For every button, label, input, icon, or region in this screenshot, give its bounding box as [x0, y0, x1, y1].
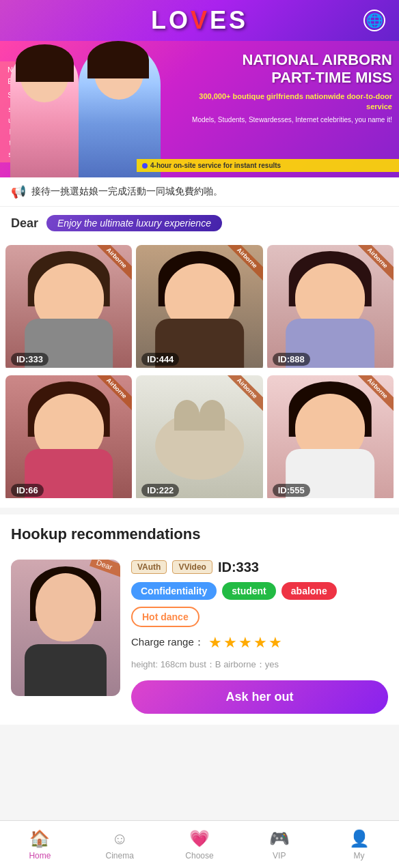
tag-hotdance[interactable]: Hot dance: [131, 607, 200, 627]
recommendation-card: Dear VAuth VVideo ID:333 Confidentiality…: [0, 549, 399, 725]
tag-confidentiality[interactable]: Confidentiality: [131, 582, 217, 600]
nav-cinema[interactable]: ☺ Cinema: [80, 824, 160, 866]
app-header: LOVES 🌐: [0, 0, 399, 41]
nav-choose-label: Choose: [185, 851, 213, 860]
dear-label: Dear: [11, 216, 38, 231]
rec-photo[interactable]: Dear: [11, 560, 120, 696]
girl-id: ID:66: [11, 484, 44, 497]
language-button[interactable]: 🌐: [363, 10, 385, 31]
vip-icon: 🎮: [269, 829, 290, 848]
girl-card-222[interactable]: Airborne ID:222: [136, 375, 262, 502]
nav-home-label: Home: [29, 851, 51, 860]
airborne-ribbon: Airborne: [224, 375, 263, 411]
star-2: ★: [223, 634, 237, 652]
star-4: ★: [253, 634, 267, 652]
nav-my-label: My: [354, 851, 365, 860]
airborne-ribbon: Airborne: [94, 375, 133, 411]
notice-text: 接待一挑選姑娘一完成活動一同城免費約啪。: [31, 186, 223, 198]
section-intro: Dear Enjoy the ultimate luxury experienc…: [0, 207, 399, 240]
luxury-badge: Enjoy the ultimate luxury experience: [46, 215, 222, 231]
star-3: ★: [238, 634, 252, 652]
choose-icon: 💗: [189, 829, 210, 848]
stars-row: Charge range： ★ ★ ★ ★ ★: [131, 634, 388, 652]
nav-cinema-label: Cinema: [106, 851, 134, 860]
banner-bottom-bar: 4-hour on-site service for instant resul…: [137, 159, 399, 172]
bottom-navigation: 🏠 Home ☺ Cinema 💗 Choose 🎮 VIP 👤 My: [0, 820, 399, 868]
app-title: LOVES: [151, 6, 248, 35]
star-rating: ★ ★ ★ ★ ★: [208, 634, 282, 652]
girl-id: ID:555: [273, 484, 310, 497]
tags-row: Confidentiality student abalone: [131, 582, 388, 600]
bullet-dot: [142, 163, 148, 169]
hookup-section-title: Hookup recommendations: [0, 515, 399, 549]
main-content: LOVES 🌐 NE S sults: [0, 0, 399, 786]
home-icon: 🏠: [29, 829, 50, 848]
nav-my[interactable]: 👤 My: [319, 824, 399, 866]
promo-banner[interactable]: NE S sults NATIONAL AIRBORN PART-TIME: [0, 41, 399, 177]
notice-bar: 📢 接待一挑選姑娘一完成活動一同城免費約啪。: [0, 177, 399, 207]
nav-vip-label: VIP: [273, 851, 286, 860]
girl-card-444[interactable]: Airborne ID:444: [136, 245, 262, 371]
girl-card-888[interactable]: Airborne ID:888: [267, 245, 394, 371]
banner-title: NATIONAL AIRBORN PART-TIME MISS: [187, 51, 392, 87]
airborne-ribbon: Airborne: [94, 245, 133, 281]
tag-abalone[interactable]: abalone: [281, 582, 337, 600]
girl-card-555[interactable]: Airborne ID:555: [267, 375, 394, 502]
vvideo-badge: VVideo: [172, 560, 212, 574]
star-1: ★: [208, 634, 222, 652]
tag-student[interactable]: student: [222, 582, 276, 600]
girl-id: ID:333: [11, 353, 49, 366]
banner-text: NATIONAL AIRBORN PART-TIME MISS 300,000+…: [187, 51, 392, 125]
star-5: ★: [269, 634, 282, 652]
airborne-ribbon: Airborne: [355, 245, 394, 281]
girls-grid: Airborne ID:333 Airborne ID:444 Airborne…: [0, 240, 399, 508]
banner-sub: 300,000+ boutique girlfriends nationwide…: [187, 91, 392, 113]
rec-top-row: VAuth VVideo ID:333: [131, 560, 388, 575]
banner-girls: [0, 41, 178, 177]
girl-id: ID:888: [273, 353, 310, 366]
nav-vip[interactable]: 🎮 VIP: [239, 824, 319, 866]
airborne-ribbon: Airborne: [355, 375, 394, 411]
notice-icon: 📢: [11, 184, 26, 199]
girl-card-333[interactable]: Airborne ID:333: [5, 245, 132, 371]
charge-label: Charge range：: [131, 636, 204, 649]
tags-row-2: Hot dance: [131, 607, 388, 627]
vauth-badge: VAuth: [131, 560, 167, 574]
nav-home[interactable]: 🏠 Home: [0, 824, 80, 866]
ask-her-out-button[interactable]: Ask her out: [131, 680, 388, 714]
girl-card-66[interactable]: Airborne ID:66: [5, 375, 132, 502]
cinema-icon: ☺: [111, 829, 128, 848]
banner-desc: Models, Students, Stewardesses, Internet…: [187, 115, 392, 125]
airborne-ribbon: Airborne: [224, 245, 263, 281]
dear-ribbon: Dear: [90, 560, 120, 578]
girl-id: ID:444: [141, 353, 179, 366]
rec-info: VAuth VVideo ID:333 Confidentiality stud…: [131, 560, 388, 714]
my-icon: 👤: [349, 829, 370, 848]
rec-id: ID:333: [218, 560, 259, 575]
rec-details: height: 168cm bust：B airborne：yes: [131, 659, 388, 671]
girl-id: ID:222: [141, 484, 179, 497]
nav-choose[interactable]: 💗 Choose: [160, 824, 240, 866]
